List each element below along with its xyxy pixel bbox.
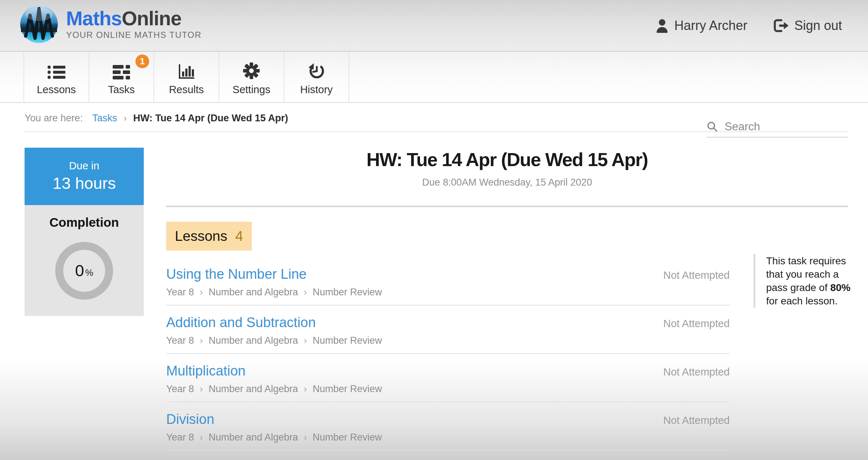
nav-label-results: Results: [169, 84, 204, 96]
nav-label-lessons: Lessons: [37, 84, 76, 96]
due-value: 13 hours: [52, 174, 116, 193]
lessons-list-icon: [47, 59, 65, 79]
breadcrumb-divider: [25, 131, 848, 132]
lessons-section-count: 4: [235, 228, 243, 244]
task-sidebar: Due in 13 hours Completion 0 %: [25, 148, 144, 316]
lesson-row: Addition and Subtraction Not Attempted Y…: [166, 305, 730, 354]
user-area: Harry Archer Sign out: [656, 0, 842, 51]
brand-online: Online: [122, 7, 181, 30]
completion-label: Completion: [25, 205, 144, 230]
gear-icon: [243, 59, 260, 79]
path-chevron-icon: ›: [200, 287, 203, 298]
brand-maths: Maths: [66, 7, 122, 30]
nav-item-tasks[interactable]: 1 Tasks: [88, 52, 154, 102]
nav-item-results[interactable]: Results: [154, 52, 219, 102]
brand-text: MathsOnline YOUR ONLINE MATHS TUTOR: [66, 8, 202, 40]
lesson-path-strand: Number and Algebra: [208, 287, 298, 298]
path-chevron-icon: ›: [200, 335, 203, 346]
path-chevron-icon: ›: [304, 335, 307, 346]
lesson-path-topic: Number Review: [312, 335, 382, 346]
due-label: Due in: [69, 160, 99, 172]
lesson-link[interactable]: Division: [166, 412, 214, 427]
completion-panel: Completion 0 %: [25, 205, 144, 316]
page-title: HW: Tue 14 Apr (Due Wed 15 Apr): [166, 149, 848, 170]
lesson-link[interactable]: Multiplication: [166, 363, 246, 379]
lesson-path-topic: Number Review: [312, 287, 382, 298]
path-chevron-icon: ›: [304, 432, 307, 443]
lesson-link[interactable]: Addition and Subtraction: [166, 315, 316, 330]
search-box: [707, 120, 848, 138]
completion-value: 0: [75, 261, 84, 280]
tasks-icon: [113, 59, 130, 79]
breadcrumb-prefix: You are here:: [25, 113, 83, 124]
note-text-after: for each lesson.: [766, 295, 838, 307]
lesson-list: Using the Number Line Not Attempted Year…: [166, 257, 730, 451]
path-chevron-icon: ›: [200, 432, 203, 443]
lesson-path: Year 8 › Number and Algebra › Number Rev…: [166, 432, 730, 443]
lesson-status: Not Attempted: [663, 269, 730, 281]
lesson-path-strand: Number and Algebra: [208, 335, 298, 346]
lesson-path: Year 8 › Number and Algebra › Number Rev…: [166, 287, 730, 298]
history-clock-icon: [308, 59, 325, 79]
main-nav: Lessons 1 Tasks: [0, 51, 868, 103]
nav-item-settings[interactable]: Settings: [219, 52, 284, 102]
breadcrumb-chevron-icon: ›: [124, 113, 127, 124]
task-due-text: Due 8:00AM Wednesday, 15 April 2020: [166, 177, 848, 188]
path-chevron-icon: ›: [304, 384, 307, 394]
due-panel: Due in 13 hours: [25, 148, 144, 205]
lesson-path: Year 8 › Number and Algebra › Number Rev…: [166, 335, 730, 346]
note-pass-grade: 80%: [830, 282, 850, 293]
tasks-count-badge: 1: [135, 55, 149, 68]
nav-item-lessons[interactable]: Lessons: [23, 52, 88, 102]
lesson-path-strand: Number and Algebra: [208, 383, 298, 395]
sign-out-icon: [773, 18, 789, 33]
lesson-path-level: Year 8: [166, 287, 194, 298]
lessons-section-badge: Lessons 4: [166, 222, 252, 251]
breadcrumb-tasks-link[interactable]: Tasks: [92, 113, 117, 124]
breadcrumb: You are here: Tasks › HW: Tue 14 Apr (Du…: [25, 113, 288, 124]
lesson-path-strand: Number and Algebra: [208, 432, 298, 443]
lesson-path-topic: Number Review: [312, 383, 382, 395]
completion-unit: %: [85, 268, 93, 278]
lesson-path: Year 8 › Number and Algebra › Number Rev…: [166, 383, 730, 395]
sign-out-button[interactable]: Sign out: [773, 18, 842, 33]
nav-label-tasks: Tasks: [108, 84, 135, 96]
lesson-row: Using the Number Line Not Attempted Year…: [166, 257, 730, 305]
nav-item-history[interactable]: History: [284, 52, 349, 102]
lesson-path-level: Year 8: [166, 432, 194, 443]
logo-pulse-icon: [20, 5, 58, 43]
nav-items: Lessons 1 Tasks: [23, 52, 349, 102]
lesson-path-level: Year 8: [166, 383, 194, 395]
page: MathsOnline YOUR ONLINE MATHS TUTOR Harr…: [0, 0, 868, 460]
brand-tagline: YOUR ONLINE MATHS TUTOR: [66, 30, 202, 40]
lesson-row: Multiplication Not Attempted Year 8 › Nu…: [166, 354, 730, 402]
path-chevron-icon: ›: [304, 287, 307, 298]
lesson-row: Division Not Attempted Year 8 › Number a…: [166, 402, 730, 451]
top-header: MathsOnline YOUR ONLINE MATHS TUTOR Harr…: [0, 0, 868, 51]
breadcrumb-current: HW: Tue 14 Apr (Due Wed 15 Apr): [133, 113, 288, 124]
completion-donut: 0 %: [55, 242, 113, 300]
pass-grade-note: This task requires that you reach a pass…: [753, 254, 852, 308]
nav-label-history: History: [300, 84, 333, 96]
lesson-status: Not Attempted: [663, 318, 730, 330]
lessons-section-label: Lessons: [175, 228, 227, 244]
lesson-link[interactable]: Using the Number Line: [166, 266, 307, 282]
nav-label-settings: Settings: [233, 84, 271, 96]
lesson-path-level: Year 8: [166, 335, 194, 346]
sign-out-label: Sign out: [794, 18, 842, 33]
lesson-path-topic: Number Review: [312, 432, 382, 443]
brand-logo[interactable]: MathsOnline YOUR ONLINE MATHS TUTOR: [20, 5, 202, 43]
user-icon: [656, 18, 669, 33]
lesson-status: Not Attempted: [663, 366, 730, 378]
user-name: Harry Archer: [674, 18, 747, 33]
path-chevron-icon: ›: [200, 384, 203, 394]
search-icon[interactable]: [707, 121, 718, 133]
lesson-status: Not Attempted: [663, 415, 730, 426]
title-divider: [166, 205, 848, 207]
results-chart-icon: [178, 59, 195, 79]
